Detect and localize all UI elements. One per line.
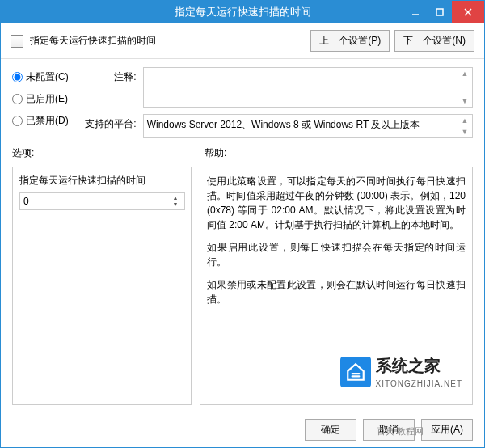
watermark-text: 系统之家 XITONGZHIJIA.NET	[376, 353, 463, 390]
platform-box: Windows Server 2012、Windows 8 或 Windows …	[143, 114, 473, 138]
radio-disabled-label: 已禁用(D)	[26, 114, 69, 128]
comment-row: 注释: ▲▼	[82, 67, 473, 108]
time-value: 0	[23, 196, 29, 207]
nav-buttons: 上一个设置(P) 下一个设置(N)	[310, 30, 474, 52]
titlebar: 指定每天运行快速扫描的时间	[1, 1, 484, 23]
help-panel: 使用此策略设置，可以指定每天的不同时间执行每日快速扫描。时间值采用超过午夜的分钟…	[200, 167, 473, 405]
watermark-subtitle: XITONGZHIJIA.NET	[376, 378, 463, 390]
fields-column: 注释: ▲▼ 支持的平台: Windows Server 2012、Window…	[82, 67, 473, 138]
radio-disabled-input[interactable]	[12, 116, 23, 126]
window-controls	[403, 1, 484, 23]
platform-row: 支持的平台: Windows Server 2012、Windows 8 或 W…	[82, 114, 473, 138]
maximize-button[interactable]	[428, 1, 452, 23]
svg-rect-1	[436, 9, 443, 15]
platform-label: 支持的平台:	[82, 114, 137, 131]
ok-button[interactable]: 确定	[305, 419, 356, 441]
radio-enabled-input[interactable]	[12, 94, 23, 104]
spinner: ▲ ▼	[170, 195, 181, 208]
apply-button[interactable]: 应用(A)	[421, 419, 473, 441]
header-row: 指定每天运行快速扫描的时间 上一个设置(P) 下一个设置(N)	[1, 23, 484, 59]
comment-textarea[interactable]: ▲▼	[143, 67, 473, 108]
radio-enabled-label: 已启用(E)	[26, 92, 68, 106]
radio-not-configured-input[interactable]	[12, 72, 23, 82]
option-field-label: 指定每天运行快速扫描的时间	[19, 174, 184, 188]
radio-not-configured[interactable]: 未配置(C)	[12, 70, 69, 84]
watermark-title: 系统之家	[376, 353, 463, 378]
scroll-icon: ▲▼	[459, 116, 470, 136]
help-paragraph-3: 如果禁用或未配置此设置，则会在默认时间运行每日快速扫描。	[207, 277, 466, 306]
help-paragraph-2: 如果启用此设置，则每日快速扫描会在每天指定的时间运行。	[207, 240, 466, 269]
policy-icon	[11, 35, 23, 48]
state-radio-group: 未配置(C) 已启用(E) 已禁用(D)	[12, 67, 69, 138]
header-title: 指定每天运行快速扫描的时间	[30, 34, 304, 48]
next-setting-button[interactable]: 下一个设置(N)	[394, 30, 474, 52]
comment-label: 注释:	[82, 67, 137, 84]
close-button[interactable]	[452, 1, 484, 23]
help-paragraph-1: 使用此策略设置，可以指定每天的不同时间执行每日快速扫描。时间值采用超过午夜的分钟…	[207, 174, 466, 232]
scroll-icon: ▲▼	[459, 70, 470, 105]
radio-not-configured-label: 未配置(C)	[26, 70, 69, 84]
radio-enabled[interactable]: 已启用(E)	[12, 92, 69, 106]
radio-disabled[interactable]: 已禁用(D)	[12, 114, 69, 128]
watermark-house-icon	[340, 357, 371, 387]
options-panel: 指定每天运行快速扫描的时间 0 ▲ ▼	[12, 167, 192, 405]
prev-setting-button[interactable]: 上一个设置(P)	[310, 30, 390, 52]
watermark: 系统之家 XITONGZHIJIA.NET	[340, 353, 463, 390]
main-area: 指定每天运行快速扫描的时间 0 ▲ ▼ 使用此策略设置，可以指定每天的不同时间执…	[1, 163, 484, 412]
help-label: 帮助:	[205, 146, 473, 160]
spin-down-button[interactable]: ▼	[170, 201, 181, 208]
platform-value: Windows Server 2012、Windows 8 或 Windows …	[147, 119, 420, 130]
dialog-window: 指定每天运行快速扫描的时间 指定每天运行快速扫描的时间 上一个设置(P) 下一个…	[0, 0, 485, 448]
spin-up-button[interactable]: ▲	[170, 195, 181, 201]
time-value-input[interactable]: 0 ▲ ▼	[19, 192, 185, 210]
minimize-button[interactable]	[403, 1, 428, 23]
options-label: 选项:	[12, 146, 192, 160]
section-labels: 选项: 帮助:	[1, 143, 484, 163]
cancel-button[interactable]: 取消	[363, 419, 415, 441]
config-area: 未配置(C) 已启用(E) 已禁用(D) 注释: ▲▼ 支持的平台:	[1, 59, 484, 143]
footer: 确定 取消 应用(A)	[1, 412, 484, 447]
